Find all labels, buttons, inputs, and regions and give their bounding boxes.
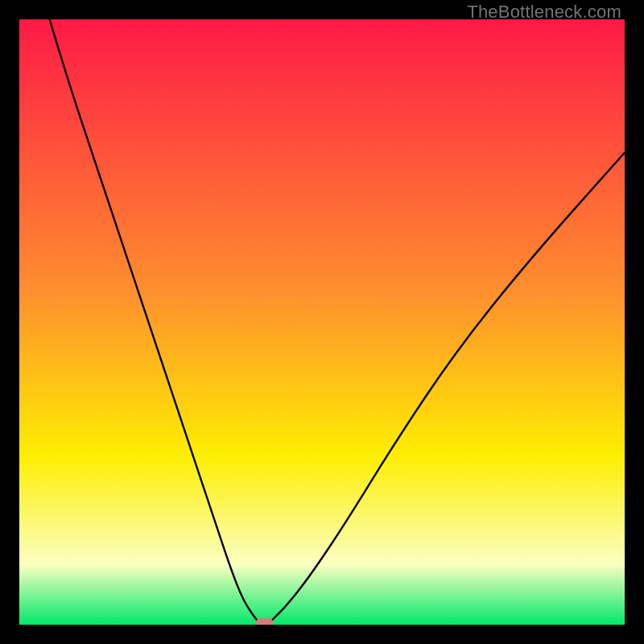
gradient-background (19, 19, 625, 625)
optimum-marker (256, 618, 274, 625)
chart-frame (19, 19, 625, 625)
bottleneck-chart (19, 19, 625, 625)
